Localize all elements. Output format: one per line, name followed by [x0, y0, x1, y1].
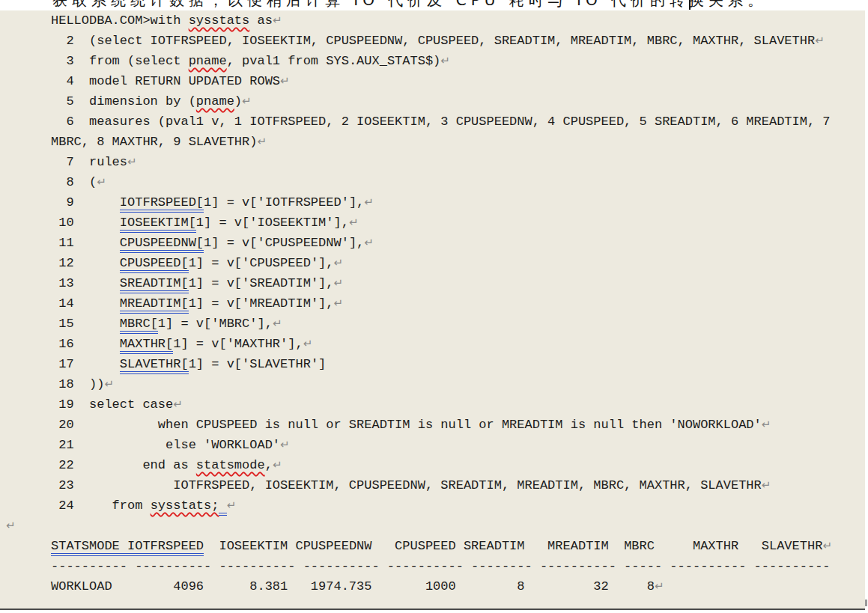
grammar-underline: IOTFRSPEED[	[120, 195, 204, 213]
clipped-chinese-text: 获取系统统计数据，以便稍后计算 IO 代价及 CPU 耗时与 IO 代价的转换关…	[52, 0, 767, 10]
grammar-underline: SREADTIM[	[120, 276, 189, 293]
code-line-18[interactable]: 18 ))↵	[0, 374, 865, 394]
paragraph-mark-icon: ↵	[257, 135, 267, 148]
paragraph-mark-icon: ↵	[97, 175, 106, 189]
result-separator-row[interactable]: ---------- ---------- ---------- -------…	[0, 556, 865, 576]
code-line-10[interactable]: 10 IOSEEKTIM[1] = v['IOSEEKTIM'],↵	[0, 213, 865, 233]
paragraph-mark-icon: ↵	[242, 94, 252, 108]
paragraph-mark-icon: ↵	[815, 34, 825, 47]
code-text: 21 else 'WORKLOAD'	[51, 438, 280, 452]
code-line-14[interactable]: 14 MREADTIM[1] = v['MREADTIM'],↵	[0, 293, 865, 314]
code-line-8[interactable]: 8 (↵	[0, 172, 865, 192]
grammar-underline: MAXTHR[	[120, 337, 173, 354]
grammar-underline: CPUSPEED[	[120, 256, 189, 273]
paragraph-mark-icon: ↵	[227, 498, 237, 512]
code-text: 1] = v['MBRC'],	[158, 317, 273, 331]
code-text: 14	[51, 296, 120, 311]
code-text: 13	[51, 276, 120, 290]
code-text: 19 select case	[51, 397, 173, 412]
spellcheck-underline: pname	[189, 54, 227, 68]
paragraph-mark-icon: ↵	[655, 579, 664, 593]
code-text: )	[234, 94, 242, 109]
document-text-area[interactable]: HELLODBA.COM>with sysstats as↵ 2 (select…	[0, 10, 865, 597]
code-line-7[interactable]: 7 rules↵	[0, 152, 865, 172]
text-cursor	[689, 0, 691, 10]
code-text: 12	[51, 256, 120, 270]
code-line-23[interactable]: 23 IOTFRSPEED, IOSEEKTIM, CPUSPEEDNW, SR…	[0, 475, 865, 495]
code-line-4[interactable]: 4 model RETURN UPDATED ROWS↵	[0, 71, 865, 91]
grammar-underline: CPUSPEEDNW[	[120, 236, 204, 253]
code-text: 10	[51, 216, 120, 230]
document-page[interactable]: HELLODBA.COM>with sysstats as↵ 2 (select…	[0, 10, 865, 609]
code-line-2[interactable]: 2 (select IOTFRSPEED, IOSEEKTIM, CPUSPEE…	[0, 31, 865, 51]
code-text: HELLODBA.COM>with	[51, 13, 189, 28]
spellcheck-underline: sysstats;	[151, 498, 219, 513]
code-text: 5 dimension by (	[51, 94, 196, 109]
result-data-row[interactable]: WORKLOAD 4096 8.381 1974.735 1000 8 32 8…	[0, 576, 865, 597]
code-text: 11	[51, 236, 120, 250]
code-text: 20 when CPUSPEED is null or SREADTIM is …	[51, 418, 762, 432]
code-line-13[interactable]: 13 SREADTIM[1] = v['SREADTIM'],↵	[0, 273, 865, 293]
code-text: , pval1 from SYS.AUX_STATS$)	[227, 54, 441, 68]
paragraph-mark-icon: ↵	[762, 418, 771, 431]
code-line-6-wrap[interactable]: MBRC, 8 MAXTHR, 9 SLAVETHR)↵	[0, 132, 865, 152]
paragraph-mark-icon: ↵	[280, 74, 290, 88]
empty-paragraph[interactable]: ↵	[0, 516, 865, 536]
code-line-6[interactable]: 6 measures (pval1 v, 1 IOTFRSPEED, 2 IOS…	[0, 112, 865, 132]
code-line-22[interactable]: 22 end as statsmode,↵	[0, 455, 865, 475]
code-line-19[interactable]: 19 select case↵	[0, 394, 865, 415]
paragraph-mark-icon: ↵	[273, 317, 282, 330]
code-text: 1] = v['MAXTHR'],	[173, 337, 303, 351]
spellcheck-underline: sysstats	[189, 13, 250, 28]
code-line-1[interactable]: HELLODBA.COM>with sysstats as↵	[0, 10, 865, 31]
code-line-17[interactable]: 17 SLAVETHR[1] = v['SLAVETHR']	[0, 354, 865, 374]
code-text: 7 rules	[51, 155, 127, 169]
code-line-9[interactable]: 9 IOTFRSPEED[1] = v['IOTFRSPEED'],↵	[0, 192, 865, 213]
clipped-chinese-heading: 获取系统统计数据，以便稍后计算 IO 代价及 CPU 耗时与 IO 代价的转换关…	[0, 0, 868, 10]
code-text: 16	[51, 337, 120, 351]
spellcheck-underline: pname	[196, 94, 234, 109]
code-line-15[interactable]: 15 MBRC[1] = v['MBRC'],↵	[0, 314, 865, 334]
code-line-20[interactable]: 20 when CPUSPEED is null or SREADTIM is …	[0, 415, 865, 435]
code-text: IOSEEKTIM CPUSPEEDNW CPUSPEED SREADTIM M…	[204, 539, 822, 553]
code-text: ,	[265, 458, 273, 472]
grammar-underline: STATSMODE IOTFRSPEED	[51, 539, 204, 556]
code-text: 3 from (select	[51, 54, 189, 68]
paragraph-mark-icon: ↵	[280, 438, 290, 451]
code-text: 24 from	[51, 498, 151, 513]
code-text: 1] = v['SREADTIM'],	[189, 276, 334, 290]
paragraph-mark-icon: ↵	[349, 216, 359, 229]
code-text: 1] = v['CPUSPEEDNW'],	[204, 236, 364, 250]
page-edge-mark	[865, 600, 867, 606]
grammar-underline: SLAVETHR[	[120, 357, 189, 374]
paragraph-mark-icon: ↵	[303, 337, 313, 350]
paragraph-mark-icon: ↵	[334, 256, 344, 269]
code-line-24[interactable]: 24 from sysstats; ↵	[0, 495, 865, 516]
result-header-row[interactable]: STATSMODE IOTFRSPEED IOSEEKTIM CPUSPEEDN…	[0, 536, 865, 556]
code-text: WORKLOAD 4096 8.381 1974.735 1000 8 32 8	[51, 579, 655, 594]
paragraph-mark-icon: ↵	[334, 296, 344, 310]
code-text: 4 model RETURN UPDATED ROWS	[51, 74, 280, 88]
paragraph-mark-icon: ↵	[104, 377, 114, 391]
grammar-underline: IOSEEKTIM[	[120, 216, 196, 233]
paragraph-mark-icon: ↵	[762, 478, 771, 492]
code-text: 8 (	[51, 175, 97, 189]
paragraph-mark-icon: ↵	[6, 519, 16, 532]
code-line-11[interactable]: 11 CPUSPEEDNW[1] = v['CPUSPEEDNW'],↵	[0, 233, 865, 253]
paragraph-mark-icon: ↵	[173, 397, 183, 411]
paragraph-mark-icon: ↵	[364, 236, 374, 249]
code-text: 9	[51, 195, 120, 210]
code-text: 18 ))	[51, 377, 104, 391]
spellcheck-underline: statsmode	[196, 458, 265, 472]
paragraph-mark-icon: ↵	[273, 458, 282, 472]
code-text: as	[249, 13, 273, 28]
code-line-16[interactable]: 16 MAXTHR[1] = v['MAXTHR'],↵	[0, 334, 865, 354]
code-line-3[interactable]: 3 from (select pname, pval1 from SYS.AUX…	[0, 51, 865, 71]
code-line-12[interactable]: 12 CPUSPEED[1] = v['CPUSPEED'],↵	[0, 253, 865, 273]
code-text: 23 IOTFRSPEED, IOSEEKTIM, CPUSPEEDNW, SR…	[51, 478, 762, 492]
code-line-5[interactable]: 5 dimension by (pname)↵	[0, 91, 865, 112]
code-line-21[interactable]: 21 else 'WORKLOAD'↵	[0, 435, 865, 455]
code-text: 1] = v['IOSEEKTIM'],	[196, 216, 349, 230]
window-edge-divider	[0, 609, 865, 610]
code-text: 15	[51, 317, 120, 331]
